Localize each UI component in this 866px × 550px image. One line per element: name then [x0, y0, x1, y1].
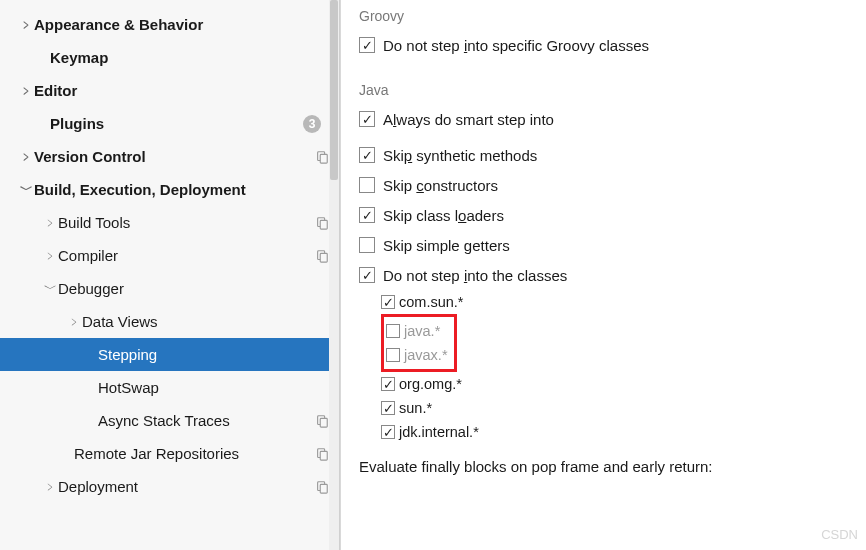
evaluate-finally-label: Evaluate finally blocks on pop frame and…	[359, 458, 848, 475]
checkbox-option[interactable]: Skip simple getters	[359, 230, 848, 260]
sidebar-item-stepping[interactable]: Stepping	[0, 338, 339, 371]
per-project-icon	[315, 249, 329, 263]
checkbox-option[interactable]: Do not step into the classes	[359, 260, 848, 290]
checkbox[interactable]	[381, 401, 395, 415]
per-project-icon	[315, 447, 329, 461]
sidebar-item-label: Stepping	[98, 346, 157, 363]
settings-panel: Groovy Do not step into specific Groovy …	[340, 0, 866, 550]
checkbox[interactable]	[359, 111, 375, 127]
sidebar-item-editor[interactable]: ﹥Editor	[0, 74, 339, 107]
checkbox-label: java.*	[404, 323, 440, 339]
sidebar-item-debugger[interactable]: ﹀Debugger	[0, 272, 339, 305]
checkbox-option[interactable]: Skip synthetic methods	[359, 140, 848, 170]
checkbox-option[interactable]: Do not step into specific Groovy classes	[359, 30, 848, 60]
checkbox-label: Skip class loaders	[383, 207, 504, 224]
svg-rect-1	[320, 154, 327, 163]
chevron-right-icon: ﹥	[18, 148, 34, 166]
chevron-right-icon: ﹥	[18, 16, 34, 34]
per-project-icon	[315, 150, 329, 164]
chevron-right-icon: ﹥	[66, 313, 82, 331]
checkbox[interactable]	[359, 177, 375, 193]
checkbox[interactable]	[381, 425, 395, 439]
class-pattern-item[interactable]: jdk.internal.*	[381, 420, 848, 444]
sidebar-item-label: Debugger	[58, 280, 124, 297]
sidebar-item-label: Deployment	[58, 478, 138, 495]
checkbox[interactable]	[359, 37, 375, 53]
sidebar-item-label: Plugins	[50, 115, 104, 132]
checkbox[interactable]	[359, 207, 375, 223]
sidebar-item-label: Keymap	[50, 49, 108, 66]
per-project-icon	[315, 414, 329, 428]
checkbox[interactable]	[386, 348, 400, 362]
sidebar-item-async-stack-traces[interactable]: Async Stack Traces	[0, 404, 339, 437]
sidebar-item-version-control[interactable]: ﹥Version Control	[0, 140, 339, 173]
section-title-groovy: Groovy	[359, 8, 848, 24]
sidebar-item-remote-jar-repositories[interactable]: Remote Jar Repositories	[0, 437, 339, 470]
chevron-right-icon: ﹥	[42, 247, 58, 265]
class-pattern-item[interactable]: org.omg.*	[381, 372, 848, 396]
class-pattern-item[interactable]: javax.*	[386, 343, 448, 367]
sidebar-scrollbar[interactable]	[329, 0, 339, 550]
checkbox[interactable]	[359, 267, 375, 283]
checkbox-label: jdk.internal.*	[399, 424, 479, 440]
checkbox-label: sun.*	[399, 400, 432, 416]
checkbox[interactable]	[381, 295, 395, 309]
checkbox-option[interactable]: Always do smart step into	[359, 104, 848, 134]
sidebar-item-deployment[interactable]: ﹥Deployment	[0, 470, 339, 503]
checkbox-option[interactable]: Skip constructors	[359, 170, 848, 200]
scrollbar-thumb[interactable]	[330, 0, 338, 180]
highlighted-patterns: java.*javax.*	[381, 314, 457, 372]
chevron-right-icon: ﹥	[18, 82, 34, 100]
sidebar-item-label: Appearance & Behavior	[34, 16, 203, 33]
chevron-right-icon: ﹥	[42, 214, 58, 232]
svg-rect-11	[320, 484, 327, 493]
sidebar-item-appearance-behavior[interactable]: ﹥Appearance & Behavior	[0, 8, 339, 41]
sidebar-item-build-tools[interactable]: ﹥Build Tools	[0, 206, 339, 239]
class-pattern-item[interactable]: java.*	[386, 319, 448, 343]
sidebar-item-label: Editor	[34, 82, 77, 99]
svg-rect-9	[320, 451, 327, 460]
svg-rect-3	[320, 220, 327, 229]
per-project-icon	[315, 480, 329, 494]
sidebar-item-label: Version Control	[34, 148, 146, 165]
checkbox[interactable]	[359, 237, 375, 253]
class-pattern-item[interactable]: sun.*	[381, 396, 848, 420]
sidebar-item-keymap[interactable]: Keymap	[0, 41, 339, 74]
checkbox-label: Do not step into the classes	[383, 267, 567, 284]
checkbox-label: com.sun.*	[399, 294, 463, 310]
sidebar-item-label: Data Views	[82, 313, 158, 330]
checkbox-label: Skip synthetic methods	[383, 147, 537, 164]
per-project-icon	[315, 216, 329, 230]
sidebar-item-label: Compiler	[58, 247, 118, 264]
checkbox-label: Skip constructors	[383, 177, 498, 194]
sidebar-item-plugins[interactable]: Plugins3	[0, 107, 339, 140]
count-badge: 3	[303, 115, 321, 133]
watermark: CSDN	[821, 527, 858, 542]
chevron-right-icon: ﹥	[42, 478, 58, 496]
checkbox-label: Skip simple getters	[383, 237, 510, 254]
chevron-down-icon: ﹀	[42, 280, 58, 298]
sidebar-item-data-views[interactable]: ﹥Data Views	[0, 305, 339, 338]
checkbox-label: Do not step into specific Groovy classes	[383, 37, 649, 54]
sidebar-item-label: HotSwap	[98, 379, 159, 396]
sidebar-item-compiler[interactable]: ﹥Compiler	[0, 239, 339, 272]
sidebar-item-label: Remote Jar Repositories	[74, 445, 239, 462]
chevron-down-icon: ﹀	[18, 181, 34, 199]
checkbox[interactable]	[386, 324, 400, 338]
checkbox-label: org.omg.*	[399, 376, 462, 392]
checkbox[interactable]	[359, 147, 375, 163]
sidebar-item-label: Build Tools	[58, 214, 130, 231]
settings-sidebar: ﹥Appearance & BehaviorKeymap﹥EditorPlugi…	[0, 0, 340, 550]
sidebar-item-build-execution-deployment[interactable]: ﹀Build, Execution, Deployment	[0, 173, 339, 206]
svg-rect-7	[320, 418, 327, 427]
checkbox-label: Always do smart step into	[383, 111, 554, 128]
sidebar-item-hotswap[interactable]: HotSwap	[0, 371, 339, 404]
class-pattern-item[interactable]: com.sun.*	[381, 290, 848, 314]
checkbox-option[interactable]: Skip class loaders	[359, 200, 848, 230]
checkbox[interactable]	[381, 377, 395, 391]
sidebar-item-label: Build, Execution, Deployment	[34, 181, 246, 198]
sidebar-item-label: Async Stack Traces	[98, 412, 230, 429]
section-title-java: Java	[359, 82, 848, 98]
svg-rect-5	[320, 253, 327, 262]
checkbox-label: javax.*	[404, 347, 448, 363]
